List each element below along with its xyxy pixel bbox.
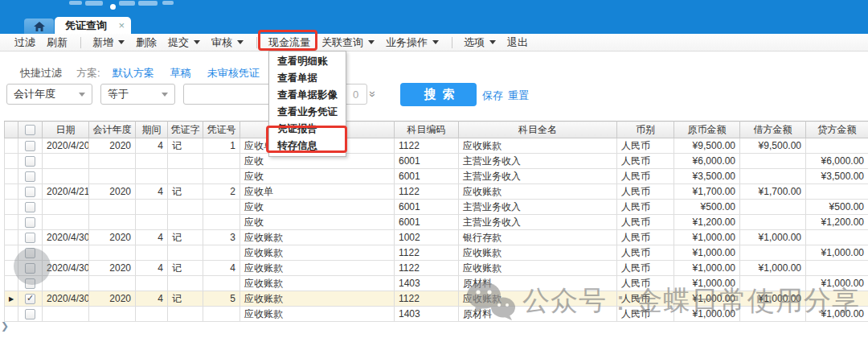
table-row[interactable]: 2020/4/2120204记2应收单1122应收账款人民币¥1,700.00¥… bbox=[5, 184, 868, 200]
cell-fiscal-year[interactable] bbox=[89, 169, 136, 184]
cell-voucher-number[interactable] bbox=[203, 154, 240, 169]
row-select-cell[interactable] bbox=[18, 230, 43, 245]
cell-original-amount[interactable]: ¥6,000.00 bbox=[674, 154, 740, 169]
table-row[interactable]: 应收账款1403原材料人民币¥1,000.00¥1,000.00 bbox=[5, 276, 868, 291]
toolbar-business-operation[interactable]: 业务操作 bbox=[386, 35, 439, 50]
cell-date[interactable]: 2020/4/21 bbox=[43, 184, 89, 200]
cell-voucher-word[interactable]: 记 bbox=[168, 230, 203, 245]
cell-original-amount[interactable]: ¥3,500.00 bbox=[674, 169, 740, 184]
cell-voucher-number[interactable] bbox=[203, 215, 240, 230]
cell-voucher-number[interactable] bbox=[203, 307, 240, 322]
cell-voucher-word[interactable] bbox=[168, 169, 203, 184]
row-select-cell[interactable] bbox=[18, 154, 43, 169]
select-all-header[interactable] bbox=[18, 122, 43, 138]
cell-period[interactable]: 4 bbox=[136, 184, 168, 200]
row-checkbox[interactable] bbox=[25, 294, 35, 304]
cell-voucher-number[interactable]: 3 bbox=[203, 230, 240, 245]
cell-debit-amount[interactable] bbox=[740, 154, 806, 169]
cell-date[interactable]: 2020/4/30 bbox=[43, 291, 89, 307]
column-header-date[interactable]: 日期 bbox=[43, 122, 89, 138]
cell-original-amount[interactable]: ¥1,700.00 bbox=[674, 184, 740, 200]
cell-date[interactable] bbox=[43, 200, 89, 215]
toolbar-submit[interactable]: 提交 bbox=[168, 35, 200, 50]
toolbar-exit[interactable]: 退出 bbox=[507, 35, 528, 50]
cell-account-code[interactable]: 6001 bbox=[395, 154, 459, 169]
row-select-cell[interactable] bbox=[18, 169, 43, 184]
cell-date[interactable] bbox=[43, 169, 89, 184]
cell-original-amount[interactable]: ¥1,000.00 bbox=[674, 276, 740, 291]
column-header-account-code[interactable]: 科目编码 bbox=[395, 122, 459, 138]
cell-voucher-number[interactable] bbox=[203, 200, 240, 215]
cell-account-name[interactable]: 银行存款 bbox=[459, 230, 617, 245]
cell-fiscal-year[interactable] bbox=[89, 200, 136, 215]
cell-debit-amount[interactable] bbox=[740, 200, 806, 215]
table-row[interactable]: 应收6001主营业务收入人民币¥6,000.00¥6,000.00 bbox=[5, 154, 868, 169]
cell-currency[interactable]: 人民币 bbox=[617, 245, 674, 261]
cell-date[interactable]: 2020/4/20 bbox=[43, 138, 89, 154]
column-header-voucher-number[interactable]: 凭证号 bbox=[203, 122, 240, 138]
cell-credit-amount[interactable] bbox=[806, 261, 868, 276]
cell-summary[interactable]: 应收账款 bbox=[240, 276, 395, 291]
cell-voucher-word[interactable] bbox=[168, 245, 203, 261]
cell-fiscal-year[interactable]: 2020 bbox=[89, 184, 136, 200]
menu-item-view-document-image[interactable]: 查看单据影像 bbox=[269, 87, 346, 104]
cell-period[interactable] bbox=[136, 215, 168, 230]
row-checkbox[interactable] bbox=[25, 171, 35, 182]
save-scheme-link[interactable]: 保存 bbox=[482, 89, 503, 103]
cell-account-code[interactable]: 1403 bbox=[395, 276, 459, 291]
cell-period[interactable]: 4 bbox=[136, 261, 168, 276]
cell-currency[interactable]: 人民币 bbox=[617, 261, 674, 276]
cell-account-name[interactable]: 主营业务收入 bbox=[459, 215, 617, 230]
cell-credit-amount[interactable]: ¥6,000.00 bbox=[806, 154, 868, 169]
cell-account-code[interactable]: 1122 bbox=[395, 245, 459, 261]
cell-original-amount[interactable]: ¥1,000.00 bbox=[674, 291, 740, 307]
row-select-cell[interactable] bbox=[18, 184, 43, 200]
cell-account-code[interactable]: 6001 bbox=[395, 200, 459, 215]
operator-select[interactable]: 等于 bbox=[100, 84, 175, 105]
column-header-original-amount[interactable]: 原币金额 bbox=[674, 122, 740, 138]
cell-debit-amount[interactable]: ¥1,700.00 bbox=[740, 184, 806, 200]
row-checkbox[interactable] bbox=[25, 141, 35, 151]
cell-debit-amount[interactable]: ¥9,500.00 bbox=[740, 138, 806, 154]
cell-debit-amount[interactable] bbox=[740, 169, 806, 184]
column-header-fiscal-year[interactable]: 会计年度 bbox=[89, 122, 136, 138]
cell-account-name[interactable]: 主营业务收入 bbox=[459, 169, 617, 184]
toolbar-add[interactable]: 新增 bbox=[92, 35, 125, 50]
cell-currency[interactable]: 人民币 bbox=[617, 184, 674, 200]
cell-fiscal-year[interactable] bbox=[89, 307, 136, 322]
cell-currency[interactable]: 人民币 bbox=[617, 276, 674, 291]
cell-fiscal-year[interactable] bbox=[89, 215, 136, 230]
cell-currency[interactable]: 人民币 bbox=[617, 169, 674, 184]
cell-voucher-number[interactable]: 5 bbox=[203, 291, 240, 307]
cell-credit-amount[interactable] bbox=[806, 138, 868, 154]
scheme-link-default-scheme[interactable]: 默认方案 bbox=[113, 66, 154, 80]
condition-count-box[interactable]: 0 bbox=[344, 84, 367, 105]
cell-currency[interactable]: 人民币 bbox=[617, 307, 674, 322]
cell-voucher-word[interactable] bbox=[168, 307, 203, 322]
cell-period[interactable] bbox=[136, 200, 168, 215]
cell-original-amount[interactable]: ¥1,000.00 bbox=[674, 245, 740, 261]
row-select-cell[interactable] bbox=[18, 291, 43, 307]
cell-date[interactable]: 2020/4/30 bbox=[43, 230, 89, 245]
cell-summary[interactable]: 应收 bbox=[240, 215, 395, 230]
cell-summary[interactable]: 应收账款 bbox=[240, 245, 395, 261]
cell-period[interactable]: 4 bbox=[136, 138, 168, 154]
cell-voucher-word[interactable]: 记 bbox=[168, 291, 203, 307]
floating-nav-circle[interactable] bbox=[14, 248, 51, 285]
cell-fiscal-year[interactable]: 2020 bbox=[89, 138, 136, 154]
cell-credit-amount[interactable] bbox=[806, 230, 868, 245]
cell-voucher-word[interactable] bbox=[168, 276, 203, 291]
toolbar-options[interactable]: 选项 bbox=[464, 35, 496, 50]
row-select-cell[interactable] bbox=[18, 215, 43, 230]
cell-summary[interactable]: 应收账款 bbox=[240, 230, 395, 245]
select-all-checkbox[interactable] bbox=[25, 125, 35, 135]
cell-period[interactable] bbox=[136, 276, 168, 291]
toolbar-audit[interactable]: 审核 bbox=[211, 35, 244, 50]
row-select-cell[interactable] bbox=[18, 138, 43, 154]
cell-currency[interactable]: 人民币 bbox=[617, 230, 674, 245]
cell-debit-amount[interactable]: ¥1,000.00 bbox=[740, 291, 806, 307]
table-row[interactable]: ▶2020/4/3020204记5应收账款1122应收账款人民币¥1,000.0… bbox=[5, 291, 868, 307]
table-row[interactable]: 应收6001主营业务收入人民币¥500.00¥500.00 bbox=[5, 200, 868, 215]
column-header-account-name[interactable]: 科目全名 bbox=[459, 122, 617, 138]
home-tab[interactable] bbox=[24, 19, 54, 34]
